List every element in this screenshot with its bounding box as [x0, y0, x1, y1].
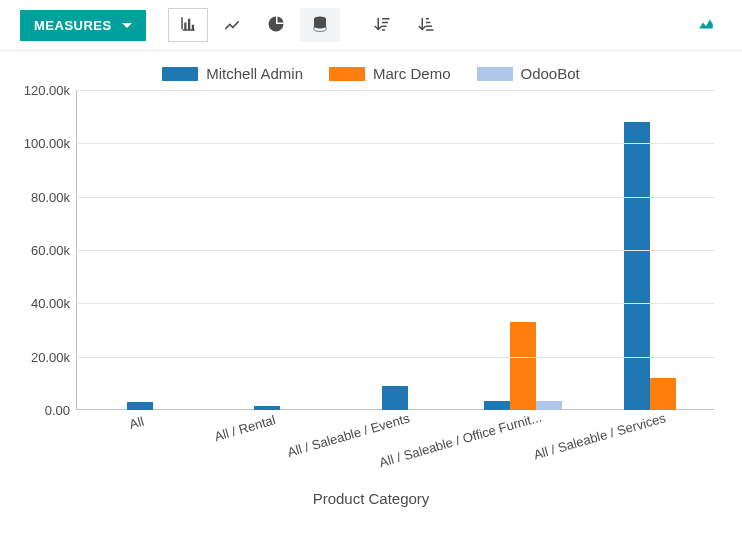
bar-chart-button[interactable]: [168, 8, 208, 42]
grid-line: [76, 197, 714, 198]
caret-down-icon: [122, 23, 132, 28]
bar[interactable]: [650, 378, 676, 410]
sort-asc-button[interactable]: [406, 8, 446, 42]
area-chart-button[interactable]: [686, 8, 726, 42]
y-tick-label: 60.00k: [31, 243, 76, 258]
stacked-icon: [311, 15, 329, 36]
legend-item[interactable]: Marc Demo: [329, 65, 451, 82]
sort-desc-button[interactable]: [362, 8, 402, 42]
bar[interactable]: [127, 402, 153, 410]
pie-chart-button[interactable]: [256, 8, 296, 42]
y-tick-label: 100.00k: [24, 136, 76, 151]
sort-desc-icon: [373, 15, 391, 36]
pie-chart-icon: [267, 15, 285, 36]
x-axis-labels: AllAll / RentalAll / Saleable / EventsAl…: [76, 410, 714, 488]
stacked-chart-button[interactable]: [300, 8, 340, 42]
line-chart-button[interactable]: [212, 8, 252, 42]
legend-label: Marc Demo: [373, 65, 451, 82]
y-tick-label: 0.00: [45, 403, 76, 418]
area-chart-icon: [697, 15, 715, 36]
legend-swatch: [477, 67, 513, 81]
legend-item[interactable]: OdooBot: [477, 65, 580, 82]
grid-line: [76, 250, 714, 251]
chart-container: Mitchell Admin Marc Demo OdooBot 0.0020.…: [0, 51, 742, 515]
bar[interactable]: [624, 122, 650, 410]
legend-label: Mitchell Admin: [206, 65, 303, 82]
measures-button-label: MEASURES: [34, 18, 112, 33]
sort-asc-icon: [417, 15, 435, 36]
y-tick-label: 80.00k: [31, 189, 76, 204]
chart-legend: Mitchell Admin Marc Demo OdooBot: [20, 65, 722, 82]
bar-chart-icon: [179, 15, 197, 36]
legend-swatch: [162, 67, 198, 81]
grid-line: [76, 90, 714, 91]
grid-line: [76, 143, 714, 144]
measures-button[interactable]: MEASURES: [20, 10, 146, 41]
y-tick-label: 20.00k: [31, 349, 76, 364]
line-chart-icon: [223, 15, 241, 36]
bar[interactable]: [484, 401, 510, 410]
chart-plot-area: 0.0020.00k40.00k60.00k80.00k100.00k120.0…: [76, 90, 714, 410]
legend-item[interactable]: Mitchell Admin: [162, 65, 303, 82]
y-tick-label: 120.00k: [24, 83, 76, 98]
grid-line: [76, 303, 714, 304]
x-axis-title: Product Category: [20, 490, 722, 507]
bar[interactable]: [510, 322, 536, 410]
legend-label: OdooBot: [521, 65, 580, 82]
legend-swatch: [329, 67, 365, 81]
y-tick-label: 40.00k: [31, 296, 76, 311]
grid-line: [76, 357, 714, 358]
x-tick-label: All / Rental: [213, 412, 278, 444]
chart-toolbar: MEASURES: [0, 0, 742, 51]
bar[interactable]: [536, 401, 562, 410]
x-tick-label: All: [127, 414, 145, 432]
bar[interactable]: [382, 386, 408, 410]
